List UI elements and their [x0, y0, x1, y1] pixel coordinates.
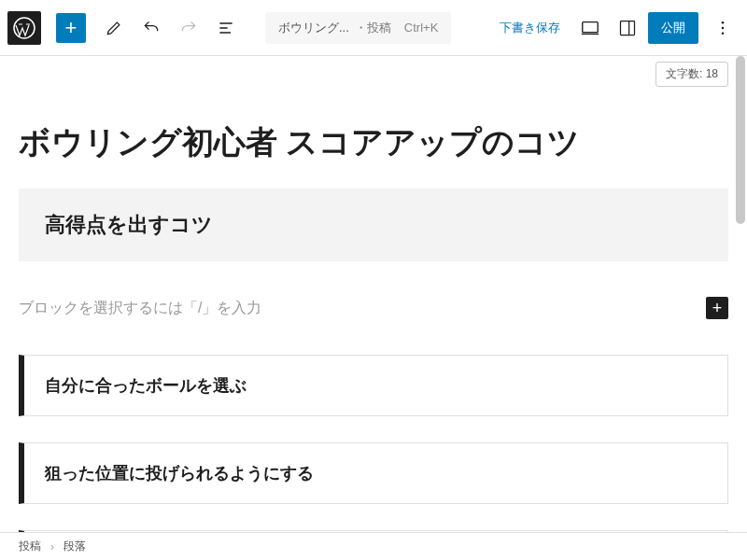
- heading-block-1[interactable]: 高得点を出すコツ: [19, 189, 728, 261]
- publish-button[interactable]: 公開: [648, 12, 698, 44]
- doc-shortcut: Ctrl+K: [404, 21, 438, 35]
- edit-tool-icon[interactable]: [97, 11, 131, 45]
- top-toolbar: + ボウリング... ・投稿 Ctrl+K 下書き保存 公開: [0, 0, 747, 56]
- breadcrumb-current[interactable]: 段落: [63, 539, 86, 554]
- preview-device-icon[interactable]: [573, 11, 607, 45]
- heading-block-4[interactable]: [19, 530, 728, 532]
- empty-paragraph-block[interactable]: ブロックを選択するには「/」を入力 +: [19, 287, 728, 329]
- post-title[interactable]: ボウリング初心者 スコアアップのコツ: [19, 121, 728, 162]
- breadcrumb-root[interactable]: 投稿: [19, 539, 41, 554]
- redo-icon[interactable]: [172, 11, 205, 45]
- svg-rect-1: [583, 21, 599, 32]
- heading-block-2[interactable]: 自分に合ったボールを選ぶ: [19, 355, 728, 416]
- settings-panel-icon[interactable]: [611, 11, 644, 45]
- block-placeholder-text: ブロックを選択するには「/」を入力: [19, 299, 261, 318]
- document-overview-icon[interactable]: [209, 11, 243, 45]
- block-inserter-button[interactable]: +: [56, 13, 86, 43]
- wordpress-logo-icon[interactable]: [7, 11, 41, 45]
- heading-block-3[interactable]: 狙った位置に投げられるようにする: [19, 442, 728, 504]
- undo-icon[interactable]: [134, 11, 168, 45]
- document-info-bar[interactable]: ボウリング... ・投稿 Ctrl+K: [265, 12, 451, 44]
- svg-rect-2: [621, 21, 635, 35]
- more-options-icon[interactable]: [706, 11, 740, 45]
- block-breadcrumb: 投稿 › 段落: [0, 532, 747, 560]
- add-block-button[interactable]: +: [706, 297, 728, 319]
- editor-canvas[interactable]: ボウリング初心者 スコアアップのコツ 高得点を出すコツ ブロックを選択するには「…: [0, 56, 747, 532]
- svg-point-4: [722, 21, 725, 23]
- breadcrumb-separator-icon: ›: [50, 540, 54, 553]
- doc-type: ・投稿: [355, 20, 391, 36]
- doc-title: ボウリング...: [278, 20, 349, 36]
- svg-point-6: [722, 32, 725, 35]
- svg-point-5: [722, 26, 725, 29]
- save-draft-button[interactable]: 下書き保存: [490, 12, 570, 44]
